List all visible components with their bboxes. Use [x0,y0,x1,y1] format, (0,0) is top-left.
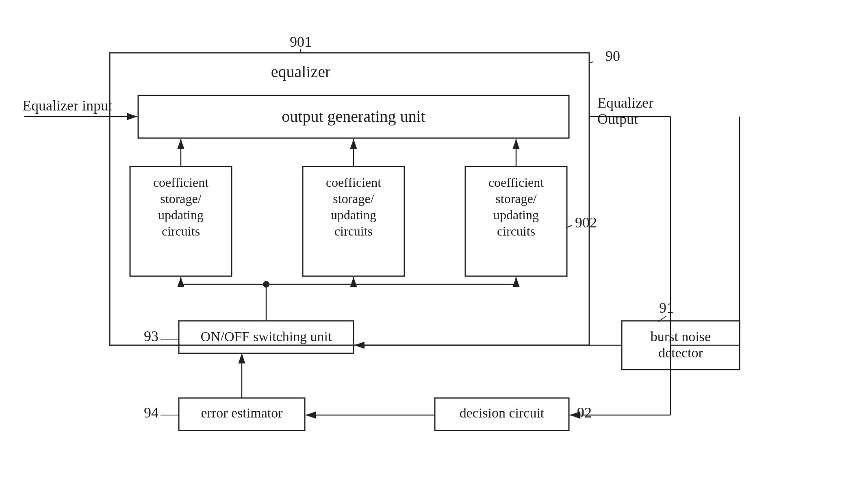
ref-902: 902 [575,214,597,231]
ref-90: 90 [605,48,620,64]
decision-circuit-label: decision circuit [460,405,545,420]
coeff-label-1d: circuits [162,224,200,238]
equalizer-label: equalizer [271,63,331,81]
ref-91: 91 [659,300,674,316]
burst-noise-label-1: burst noise [651,329,711,344]
coeff-label-1b: storage/ [160,191,201,206]
svg-line-5 [567,225,572,227]
coeff-label-3c: updating [493,208,539,222]
coeff-label-1c: updating [158,208,204,222]
coeff-label-3d: circuits [497,224,535,238]
ref-93: 93 [144,328,158,344]
on-off-switching-label: ON/OFF switching unit [200,329,332,344]
coeff-label-2c: updating [331,208,376,222]
coeff-label-1a: coefficient [153,175,208,190]
coeff-label-3a: coefficient [488,175,544,190]
coeff-label-3b: storage/ [495,191,536,206]
svg-point-23 [263,281,269,288]
coeff-label-2b: storage/ [333,191,374,206]
ref-94: 94 [144,404,158,421]
ref-92: 92 [577,404,592,421]
coeff-label-2d: circuits [334,224,373,238]
equalizer-output-label-2: Output [597,111,638,127]
equalizer-output-label-1: Equalizer [597,95,653,111]
error-estimator-label: error estimator [201,405,283,420]
ref-901: 901 [290,34,312,50]
output-generating-unit-label: output generating unit [282,107,425,125]
equalizer-input-label: Equalizer input [22,97,112,114]
diagram-container: equalizer 901 90 output generating unit … [0,0,868,491]
coeff-label-2a: coefficient [326,175,381,190]
burst-noise-label-2: detector [658,345,703,360]
